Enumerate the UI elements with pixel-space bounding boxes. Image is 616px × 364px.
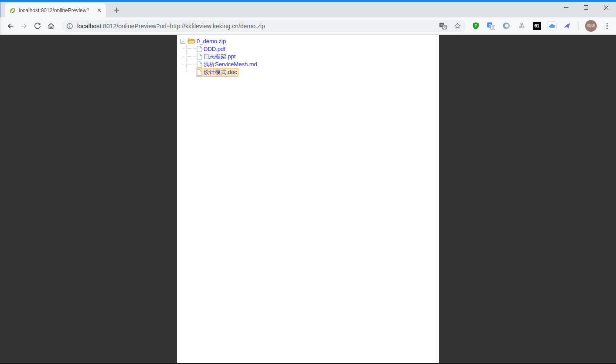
preview-panel: 0_demo.zip DDD.pdf: [177, 35, 439, 364]
svg-text:文: 文: [491, 26, 495, 30]
zip-file-tree: 0_demo.zip DDD.pdf: [177, 35, 439, 76]
home-button[interactable]: [44, 19, 58, 33]
tab-strip: localhost:8012/onlinePreview?: [0, 0, 616, 17]
back-arrow-icon: [7, 22, 14, 30]
translate-extension-button[interactable]: G 文: [486, 21, 496, 31]
tree-node-file-3[interactable]: 浅析ServiceMesh.md: [196, 60, 259, 69]
blue-cloud-icon: [547, 21, 557, 31]
omnibox-actions: G 文: [439, 22, 461, 30]
info-icon: [66, 23, 73, 30]
file-icon: [197, 54, 202, 60]
swirl-circle-icon: [502, 22, 510, 30]
open-folder-icon: [187, 38, 195, 44]
home-icon: [47, 22, 55, 30]
tree-file-row: 设计模式.doc: [183, 68, 439, 76]
minimize-icon: [564, 7, 568, 8]
root-node-label: 0_demo.zip: [197, 38, 226, 44]
url-rest: :8012/onlinePreview?url=http://kkfilevie…: [101, 23, 265, 30]
translate-icon: G 文: [439, 22, 447, 30]
close-button[interactable]: [596, 0, 616, 15]
proxy-extension-button[interactable]: [501, 21, 511, 31]
collapse-toggle-icon[interactable]: [180, 39, 185, 44]
file-icon: [197, 61, 202, 68]
file-node-label: DDD.pdf: [204, 46, 225, 52]
toolbar-divider: [579, 22, 579, 30]
forward-arrow-icon: [20, 22, 28, 30]
window-accent-bar: [0, 0, 616, 2]
tab-close-icon[interactable]: [95, 7, 103, 14]
maximize-button[interactable]: [576, 0, 596, 15]
tree-node-file-1[interactable]: DDD.pdf: [196, 45, 227, 53]
reload-icon: [34, 22, 41, 30]
spring-leaf-icon: [9, 7, 16, 14]
tree-node-file-4-selected[interactable]: 设计模式.doc: [196, 68, 238, 77]
binary-extension-button[interactable]: 01: [531, 21, 542, 31]
tree-file-row: 浅析ServiceMesh.md: [183, 61, 439, 68]
new-tab-button[interactable]: [110, 4, 123, 16]
tab-title: localhost:8012/onlinePreview?: [19, 7, 95, 13]
tree-root-row: 0_demo.zip: [180, 37, 439, 45]
extensions-area: T G 文: [470, 20, 613, 32]
close-icon: [604, 5, 609, 10]
svg-text:T: T: [474, 24, 477, 28]
file-icon: [197, 69, 202, 76]
tree-node-file-2[interactable]: 日志框架.ppt: [196, 52, 237, 61]
url-host: localhost: [77, 23, 101, 30]
sitemap-extension-button[interactable]: [516, 21, 527, 31]
google-translate-icon: G 文: [487, 22, 495, 30]
tree-node-root[interactable]: 0_demo.zip: [187, 37, 227, 45]
file-node-label: 日志框架.ppt: [204, 53, 236, 61]
sitemap-tree-icon: [518, 22, 525, 30]
browser-tab[interactable]: localhost:8012/onlinePreview?: [5, 3, 106, 17]
blue-bird-icon: [563, 22, 572, 30]
address-bar[interactable]: localhost:8012/onlinePreview?url=http://…: [61, 20, 466, 32]
browser-window: localhost:8012/onlinePreview?: [0, 0, 616, 364]
tree-file-row: 日志框架.ppt: [183, 53, 439, 61]
kebab-menu-icon[interactable]: [602, 23, 612, 29]
cloud-extension-button[interactable]: [547, 21, 557, 31]
tree-file-row: DDD.pdf: [183, 45, 439, 53]
file-node-label: 设计模式.doc: [204, 68, 237, 76]
window-controls: [556, 0, 616, 15]
file-node-label: 浅析ServiceMesh.md: [204, 61, 257, 68]
translate-button[interactable]: G 文: [439, 22, 447, 30]
green-shield-t-icon: T: [472, 22, 480, 30]
tree-children: DDD.pdf 日志框架.ppt: [183, 45, 439, 76]
page-info-button[interactable]: [66, 23, 73, 30]
forward-button[interactable]: [17, 19, 31, 33]
reload-button[interactable]: [31, 19, 44, 33]
bird-extension-button[interactable]: [562, 21, 572, 31]
file-icon: [197, 46, 202, 52]
profile-avatar[interactable]: 精华: [585, 20, 597, 32]
browser-toolbar: localhost:8012/onlinePreview?url=http://…: [0, 17, 616, 35]
svg-text:文: 文: [443, 25, 446, 29]
black-01-icon: 01: [533, 22, 541, 30]
back-button[interactable]: [3, 19, 17, 33]
page-content: 0_demo.zip DDD.pdf: [0, 35, 616, 364]
bookmark-button[interactable]: [454, 22, 461, 30]
tree-connector-line: [186, 44, 187, 72]
minimize-button[interactable]: [556, 0, 576, 15]
shield-extension-button[interactable]: T: [470, 21, 481, 31]
bookmark-star-icon: [454, 22, 461, 30]
maximize-icon: [584, 5, 588, 10]
url-text: localhost:8012/onlinePreview?url=http://…: [77, 23, 435, 30]
